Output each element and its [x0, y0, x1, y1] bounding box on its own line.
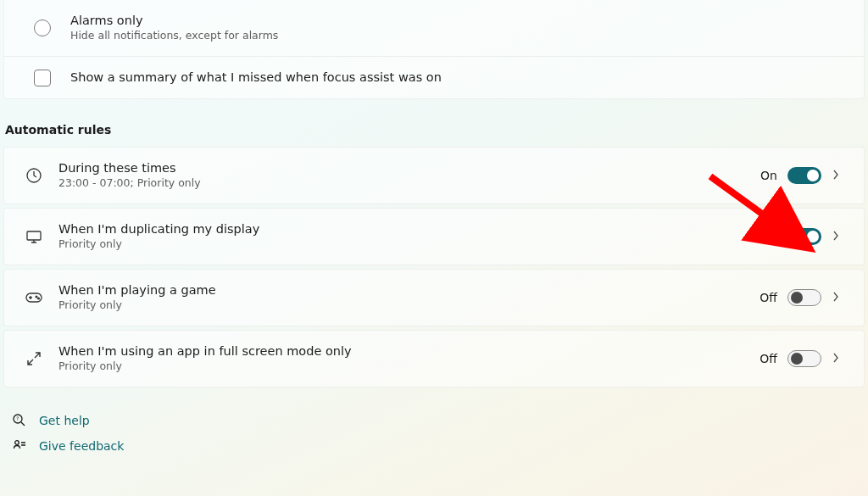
rule-during-these-times[interactable]: During these times 23:00 - 07:00; Priori…	[3, 147, 865, 204]
rule-duplicating-display[interactable]: When I'm duplicating my display Priority…	[3, 208, 865, 265]
rule-state-label: On	[760, 169, 777, 182]
option-summary-label: Show a summary of what I missed when foc…	[70, 70, 850, 86]
option-alarms-only[interactable]: Alarms only Hide all notifications, exce…	[4, 0, 864, 56]
help-icon: ?	[12, 413, 27, 428]
link-give-feedback-label: Give feedback	[39, 439, 124, 453]
expand-icon	[23, 351, 45, 366]
section-heading-automatic-rules: Automatic rules	[0, 99, 868, 147]
rule-state-label: On	[760, 230, 777, 243]
feedback-icon	[12, 438, 27, 454]
chevron-right-icon[interactable]	[821, 230, 850, 244]
option-summary-row[interactable]: Show a summary of what I missed when foc…	[4, 56, 864, 98]
monitor-icon	[23, 228, 45, 245]
rule-title: During these times	[58, 160, 760, 177]
chevron-right-icon[interactable]	[821, 291, 850, 305]
rule-state-label: Off	[760, 291, 777, 304]
footer-links: ? Get help Give feedback	[0, 391, 868, 454]
rule-sub: Priority only	[58, 237, 760, 252]
toggle-playing-game[interactable]	[787, 289, 821, 306]
chevron-right-icon[interactable]	[821, 169, 850, 183]
toggle-duplicating-display[interactable]	[787, 228, 821, 245]
toggle-fullscreen-app[interactable]	[787, 350, 821, 367]
svg-rect-1	[27, 231, 41, 240]
rule-sub: 23:00 - 07:00; Priority only	[58, 176, 760, 191]
clock-icon	[23, 167, 45, 184]
rule-title: When I'm playing a game	[58, 282, 760, 299]
focus-assist-options-card: Alarms only Hide all notifications, exce…	[3, 0, 865, 99]
svg-point-3	[36, 296, 37, 298]
rule-playing-game[interactable]: When I'm playing a game Priority only Of…	[3, 269, 865, 326]
link-get-help[interactable]: ? Get help	[12, 413, 863, 428]
rule-fullscreen-app[interactable]: When I'm using an app in full screen mod…	[3, 330, 865, 387]
chevron-right-icon[interactable]	[821, 352, 850, 366]
rule-state-label: Off	[760, 352, 777, 365]
rule-title: When I'm using an app in full screen mod…	[58, 343, 760, 360]
svg-point-7	[15, 441, 19, 445]
option-alarms-title: Alarms only	[70, 13, 850, 30]
rule-title: When I'm duplicating my display	[58, 221, 760, 238]
toggle-during-these-times[interactable]	[787, 167, 821, 184]
radio-alarms-only[interactable]	[34, 20, 51, 36]
checkbox-summary[interactable]	[34, 70, 51, 86]
option-alarms-sub: Hide all notifications, except for alarm…	[70, 29, 850, 43]
link-get-help-label: Get help	[39, 414, 90, 427]
rule-sub: Priority only	[58, 298, 760, 313]
gamepad-icon	[23, 291, 45, 304]
rule-sub: Priority only	[58, 359, 760, 374]
link-give-feedback[interactable]: Give feedback	[12, 438, 863, 454]
svg-text:?: ?	[16, 415, 19, 421]
svg-point-4	[38, 298, 40, 299]
